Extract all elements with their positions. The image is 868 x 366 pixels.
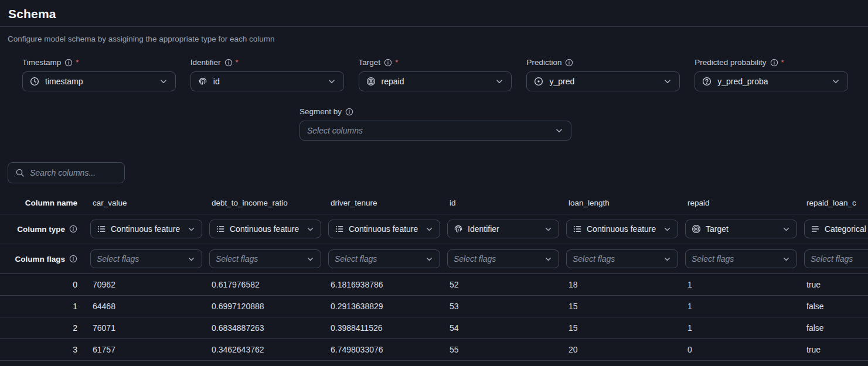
- info-icon: [384, 59, 392, 67]
- circle-dot-icon: [534, 77, 543, 86]
- schema-table: Column name car_value debt_to_income_rat…: [0, 192, 868, 361]
- flags-placeholder: Select flags: [216, 254, 258, 264]
- table-row: 3 61757 0.3462643762 6.7498033076 55 20 …: [0, 339, 868, 361]
- chevron-down-icon: [159, 77, 168, 86]
- table-cell: 52: [442, 280, 561, 289]
- info-icon: [770, 59, 778, 67]
- flags-placeholder: Select flags: [811, 254, 853, 264]
- field-target: Target * repaid: [359, 58, 512, 91]
- prediction-select[interactable]: y_pred: [526, 71, 680, 91]
- chevron-down-icon: [554, 126, 564, 135]
- target-select[interactable]: repaid: [359, 71, 512, 91]
- info-icon: [345, 108, 353, 116]
- column-flags-select[interactable]: Select flags: [328, 249, 440, 268]
- chevron-down-icon: [187, 255, 196, 264]
- predicted-probability-select[interactable]: y_pred_proba: [695, 71, 848, 91]
- info-icon: [64, 59, 73, 67]
- table-cell: true: [799, 345, 868, 354]
- table-cell: 1: [680, 280, 799, 289]
- table-row: 2 76071 0.6834887263 0.3988411526 54 15 …: [0, 317, 868, 339]
- predicted-probability-label: Predicted probability: [695, 58, 766, 67]
- page-subtitle: Configure model schema by assigining the…: [8, 35, 868, 43]
- info-icon: [565, 59, 573, 67]
- table-cell: 64468: [86, 302, 205, 311]
- search-columns-box[interactable]: [8, 162, 125, 183]
- table-cell: 0.2913638829: [324, 302, 442, 311]
- search-columns-input[interactable]: [30, 168, 117, 177]
- column-type-select[interactable]: Continuous feature: [90, 220, 202, 238]
- table-cell: 55: [442, 345, 561, 354]
- table-cell: 6.1816938786: [324, 280, 442, 289]
- column-type-value: Continuous feature: [349, 224, 418, 234]
- table-row: 0 70962 0.617976582 6.1816938786 52 18 1…: [0, 274, 868, 296]
- table-cell: 1: [680, 323, 799, 333]
- column-name-header: Column name: [0, 199, 86, 207]
- required-marker: *: [395, 58, 398, 67]
- column-name-row: Column name car_value debt_to_income_rat…: [0, 192, 868, 214]
- column-type-value: Categorical feature: [825, 224, 868, 234]
- fingerprint-icon: [198, 77, 207, 86]
- column-type-select[interactable]: Identifier: [447, 220, 559, 238]
- table-cell: false: [799, 323, 868, 333]
- flags-placeholder: Select flags: [692, 254, 734, 264]
- chevron-down-icon: [782, 255, 791, 264]
- column-type-value: Identifier: [468, 224, 499, 234]
- info-icon: [69, 255, 77, 263]
- table-cell: false: [799, 302, 868, 311]
- segment-by-select[interactable]: Select columns: [299, 121, 571, 141]
- identifier-select[interactable]: id: [190, 71, 344, 91]
- segment-by-label: Segment by: [299, 107, 342, 116]
- table-cell: 15: [561, 302, 680, 311]
- column-type-select[interactable]: Categorical feature: [804, 220, 868, 238]
- row-index: 1: [0, 302, 86, 311]
- segment-by-placeholder: Select columns: [307, 126, 363, 135]
- timestamp-value: timestamp: [45, 77, 83, 86]
- column-flags-select[interactable]: Select flags: [566, 249, 678, 268]
- prediction-label: Prediction: [526, 58, 561, 67]
- table-cell: 76071: [86, 323, 205, 333]
- flags-placeholder: Select flags: [97, 254, 139, 264]
- chevron-down-icon: [306, 225, 315, 234]
- column-flags-select[interactable]: Select flags: [804, 249, 868, 268]
- info-icon: [224, 59, 233, 67]
- table-cell: 53: [442, 302, 561, 311]
- required-marker: *: [781, 58, 784, 67]
- title-divider: [0, 26, 868, 27]
- table-cell: 61757: [86, 345, 205, 354]
- column-type-select[interactable]: Continuous feature: [566, 220, 678, 238]
- help-circle-icon: [702, 77, 712, 86]
- flags-placeholder: Select flags: [573, 254, 615, 264]
- timestamp-select[interactable]: timestamp: [22, 71, 176, 91]
- column-type-select[interactable]: Continuous feature: [209, 220, 321, 238]
- chevron-down-icon: [663, 255, 672, 264]
- fingerprint-icon: [454, 224, 463, 234]
- table-cell: 15: [561, 323, 680, 333]
- field-prediction: Prediction y_pred: [526, 58, 680, 91]
- row-index: 3: [0, 345, 86, 354]
- chevron-down-icon: [187, 225, 196, 234]
- column-flags-select[interactable]: Select flags: [90, 249, 202, 268]
- column-type-select[interactable]: Target: [685, 220, 797, 238]
- chevron-down-icon: [544, 255, 553, 264]
- column-flags-select[interactable]: Select flags: [447, 249, 559, 268]
- table-cell: 6.7498033076: [324, 345, 442, 354]
- required-marker: *: [236, 58, 239, 67]
- column-flags-header: Column flags: [15, 255, 65, 264]
- table-cell: 0.6834887263: [205, 323, 324, 333]
- lines-icon: [811, 224, 820, 234]
- column-header: car_value: [86, 199, 205, 207]
- list-icon: [573, 224, 582, 234]
- column-flags-select[interactable]: Select flags: [685, 249, 797, 268]
- column-header: id: [442, 199, 561, 207]
- list-icon: [97, 224, 106, 234]
- column-flags-select[interactable]: Select flags: [209, 249, 321, 268]
- target-icon: [692, 224, 701, 234]
- chevron-down-icon: [831, 77, 840, 86]
- column-type-value: Continuous feature: [230, 224, 299, 234]
- chevron-down-icon: [425, 255, 434, 264]
- column-flags-row: Column flags Select flags Select flags S…: [0, 244, 868, 274]
- column-type-select[interactable]: Continuous feature: [328, 220, 440, 238]
- flags-placeholder: Select flags: [335, 254, 377, 264]
- chevron-down-icon: [544, 225, 553, 234]
- field-predicted-probability: Predicted probability * y_pred_proba: [695, 58, 848, 91]
